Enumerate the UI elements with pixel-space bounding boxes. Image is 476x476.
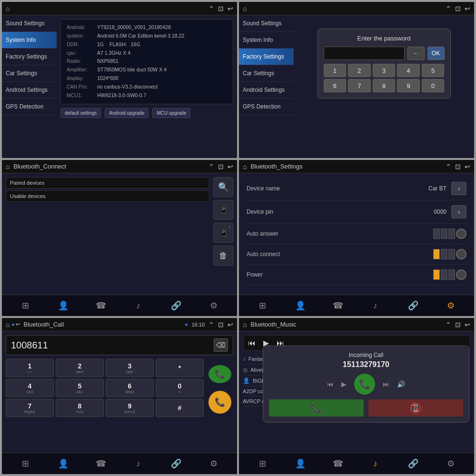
nav-settings-5[interactable]: ⚙ — [205, 455, 222, 472]
ic-vol[interactable]: 🔊 — [397, 380, 405, 388]
password-input[interactable] — [324, 47, 405, 60]
up-icon-4[interactable]: ⌃ — [446, 163, 451, 170]
toggle-power[interactable] — [433, 269, 466, 280]
num-4[interactable]: 4 — [397, 64, 420, 77]
dial-2[interactable]: 2ABC — [56, 359, 104, 377]
nav-settings-3[interactable]: ⚙ — [205, 297, 222, 314]
nav-call-3[interactable]: ☎ — [92, 297, 109, 314]
nav-grid-4[interactable]: ⊞ — [254, 297, 271, 314]
sidebar-item-sysinfo-2[interactable]: System Info — [239, 32, 294, 49]
back-icon-4[interactable]: ↩ — [465, 163, 470, 170]
num-9[interactable]: 9 — [397, 79, 420, 92]
nav-contacts-3[interactable]: 👤 — [55, 297, 72, 314]
nav-music-6[interactable]: ♪ — [367, 455, 384, 472]
nav-link-6[interactable]: 🔗 — [405, 455, 422, 472]
sidebar-item-sound-1[interactable]: Sound Settings — [2, 15, 57, 32]
up-icon-1[interactable]: ⌃ — [208, 5, 214, 12]
call-green-btn[interactable]: 📞 — [208, 365, 231, 383]
min-icon-4[interactable]: ⊡ — [455, 163, 461, 170]
ok-btn[interactable]: OK — [427, 47, 445, 60]
sidebar-item-sound-2[interactable]: Sound Settings — [239, 15, 294, 32]
sidebar-item-factory-2[interactable]: Factory Settings — [239, 49, 294, 65]
ic-reject-btn[interactable]: 📵 — [368, 399, 463, 416]
toggle-auto-answer[interactable] — [433, 228, 466, 239]
nav-link-5[interactable]: 🔗 — [168, 455, 185, 472]
num-3[interactable]: 3 — [373, 64, 396, 77]
arrow-device-name[interactable]: › — [451, 182, 466, 195]
search-btn[interactable]: 🔍 — [213, 177, 233, 197]
ic-play[interactable]: ▶ — [341, 380, 347, 388]
bt-phone-btn[interactable]: 📱 — [213, 200, 233, 220]
sidebar-item-car-1[interactable]: Car Settings — [2, 65, 57, 82]
ic-answer-btn[interactable]: 📞 — [354, 374, 375, 395]
nav-link-3[interactable]: 🔗 — [168, 297, 185, 314]
dial-6[interactable]: 6MNO — [106, 379, 154, 397]
dial-7[interactable]: 7PQRS — [6, 399, 54, 417]
sidebar-item-car-2[interactable]: Car Settings — [239, 65, 294, 82]
sidebar-item-factory-1[interactable]: Factory Settings — [2, 49, 57, 65]
sidebar-item-gps-1[interactable]: GPS Detection — [2, 99, 57, 115]
min-icon-2[interactable]: ⊡ — [455, 5, 461, 12]
home-icon-1[interactable]: ⌂ — [6, 5, 10, 12]
dial-5[interactable]: 5JKL — [56, 379, 104, 397]
back-icon-1[interactable]: ↩ — [228, 5, 233, 12]
sidebar-item-android-1[interactable]: Android Settings — [2, 82, 57, 99]
num-7[interactable]: 7 — [348, 79, 371, 92]
nav-contacts-6[interactable]: 👤 — [292, 455, 309, 472]
back-icon-5[interactable]: ↩ — [228, 321, 233, 328]
nav-call-6[interactable]: ☎ — [329, 455, 347, 472]
up-icon-5[interactable]: ⌃ — [208, 321, 214, 328]
home-icon-5[interactable]: ⌂ — [6, 321, 10, 328]
num-8[interactable]: 8 — [373, 79, 396, 92]
dial-0plus[interactable]: 0+ — [156, 379, 204, 397]
back-icon-3[interactable]: ↩ — [228, 163, 233, 170]
dial-9[interactable]: 9WXYZ — [106, 399, 154, 417]
dial-8[interactable]: 8TUV — [56, 399, 104, 417]
num-6[interactable]: 6 — [324, 79, 347, 92]
ic-prev[interactable]: ⏮ — [327, 380, 334, 388]
num-0[interactable]: 0 — [422, 79, 445, 92]
nav-music-4[interactable]: ♪ — [367, 297, 384, 314]
up-icon-3[interactable]: ⌃ — [208, 163, 214, 170]
dial-star[interactable]: * — [156, 359, 204, 377]
back-icon-2[interactable]: ↩ — [465, 5, 470, 12]
dial-hash[interactable]: # — [156, 399, 204, 417]
min-icon-5[interactable]: ⊡ — [218, 321, 224, 328]
nav-link-4[interactable]: 🔗 — [405, 297, 422, 314]
call-orange-btn[interactable]: 📞 — [208, 391, 231, 414]
android-upgrade-btn[interactable]: Android upgrade — [105, 108, 149, 118]
home-icon-4[interactable]: ⌂ — [243, 163, 247, 170]
home-icon-6[interactable]: ⌂ — [243, 321, 247, 328]
up-icon-2[interactable]: ⌃ — [446, 5, 451, 12]
nav-music-5[interactable]: ♪ — [130, 455, 147, 472]
home-icon-3[interactable]: ⌂ — [6, 163, 10, 170]
num-5[interactable]: 5 — [422, 64, 445, 77]
min-icon-1[interactable]: ⊡ — [218, 5, 224, 12]
nav-contacts-5[interactable]: 👤 — [55, 455, 72, 472]
usable-devices-item[interactable]: Usable devices — [6, 190, 209, 202]
arrow-device-pin[interactable]: › — [451, 205, 466, 218]
ic-next[interactable]: ⏭ — [383, 380, 389, 388]
backspace-btn[interactable]: ← — [407, 47, 425, 60]
sidebar-item-sysinfo-1[interactable]: System Info — [2, 32, 57, 49]
nav-grid-5[interactable]: ⊞ — [17, 455, 34, 472]
nav-contacts-4[interactable]: 👤 — [292, 297, 309, 314]
nav-settings-4[interactable]: ⚙ — [442, 297, 459, 314]
nav-settings-6[interactable]: ⚙ — [442, 455, 459, 472]
paired-devices-item[interactable]: Paired devices — [6, 177, 209, 188]
bt-phone2-btn[interactable]: 📱+ — [213, 223, 233, 243]
ic-accept-btn[interactable]: 📞 — [269, 399, 364, 416]
nav-call-5[interactable]: ☎ — [92, 455, 109, 472]
num-1[interactable]: 1 — [324, 64, 347, 77]
nav-grid-6[interactable]: ⊞ — [254, 455, 271, 472]
min-icon-6[interactable]: ⊡ — [455, 321, 461, 328]
num-2[interactable]: 2 — [348, 64, 371, 77]
dial-1[interactable]: 1○○ — [6, 359, 54, 377]
nav-call-4[interactable]: ☎ — [329, 297, 347, 314]
dial-4[interactable]: 4GHI — [6, 379, 54, 397]
nav-grid-3[interactable]: ⊞ — [17, 297, 34, 314]
nav-music-3[interactable]: ♪ — [130, 297, 147, 314]
home-icon-2[interactable]: ⌂ — [243, 5, 247, 12]
delete-btn[interactable]: 🗑 — [213, 246, 233, 266]
min-icon-3[interactable]: ⊡ — [218, 163, 224, 170]
